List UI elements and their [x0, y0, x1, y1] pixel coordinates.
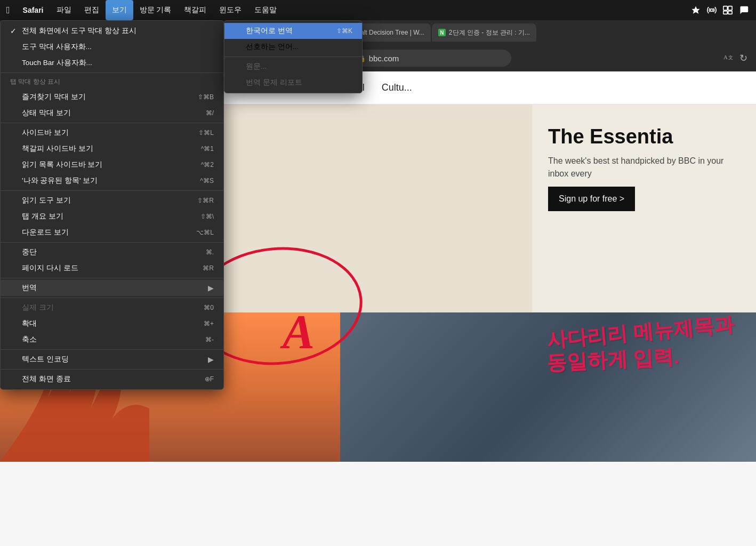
shortcut-label: ⌘0	[204, 304, 214, 311]
menu-item-zoom-out[interactable]: 축소 ⌘-	[1, 332, 223, 348]
airdrop-icon[interactable]	[706, 4, 718, 16]
menu-item-touchbar-customize[interactable]: Touch Bar 사용자화...	[1, 55, 223, 71]
menu-item-bookmark-sidebar[interactable]: 책갈피 사이드바 보기 ^⌘1	[1, 141, 223, 157]
section-tabbar: 탭 막대 항상 표시	[1, 75, 223, 89]
menu-item-downloads[interactable]: 다운로드 보기 ⌥⌘L	[1, 224, 223, 240]
notification-icon[interactable]	[690, 4, 702, 16]
apple-menu[interactable]: 	[0, 0, 17, 20]
submenu-arrow: ▶	[208, 355, 214, 364]
menu-item-label: 다운로드 보기	[22, 228, 69, 237]
menu-bar:  Safari 파일 편집 보기 방문 기록 책갈피 윈도우 도움말	[0, 0, 756, 20]
checkmark-spacer	[10, 375, 20, 383]
menu-item-toolbar-always[interactable]: ✓ 전체 화면에서 도구 막대 항상 표시	[1, 23, 223, 39]
nav-culture[interactable]: Cultu...	[382, 82, 412, 93]
menu-item-label: 텍스트 인코딩	[22, 355, 69, 364]
checkmark-spacer	[10, 213, 20, 221]
menu-edit[interactable]: 편집	[78, 0, 106, 20]
menu-item-stop[interactable]: 중단 ⌘.	[1, 244, 223, 260]
menu-item-label: 도구 막대 사용자화...	[22, 42, 92, 52]
view-menu-dropdown: ✓ 전체 화면에서 도구 막대 항상 표시 도구 막대 사용자화... Touc…	[0, 20, 224, 390]
checkmark-spacer	[234, 43, 244, 51]
menu-bookmarks[interactable]: 책갈피	[178, 0, 213, 20]
checkmark-spacer	[10, 248, 20, 256]
shortcut-label: ⌘/	[206, 109, 214, 117]
separator-2	[1, 123, 223, 123]
menu-item-favorites[interactable]: 즐겨찾기 막대 보기 ⇧⌘B	[1, 89, 223, 105]
translate-icon[interactable]: A 文	[722, 52, 734, 65]
message-icon[interactable]	[738, 4, 750, 16]
menu-file[interactable]: 파일	[50, 0, 78, 20]
checkmark-spacer	[10, 197, 20, 205]
checkmark-spacer	[10, 284, 20, 292]
checkmark-spacer	[10, 264, 20, 272]
menu-item-encoding[interactable]: 텍스트 인코딩 ▶	[1, 351, 223, 367]
menu-item-toolbar-customize[interactable]: 도구 막대 사용자화...	[1, 39, 223, 55]
menu-item-label: 실제 크기	[22, 303, 54, 312]
menu-item-tab-overview[interactable]: 탭 개요 보기 ⇧⌘\	[1, 208, 223, 224]
menu-item-exit-fullscreen[interactable]: 전체 화면 종료 ⊕F	[1, 371, 223, 387]
menu-item-label: 축소	[22, 335, 37, 344]
menu-item-label: 사이드바 보기	[22, 128, 69, 138]
svg-marker-0	[692, 6, 700, 14]
menu-item-label: Touch Bar 사용자화...	[22, 58, 92, 68]
korean-annotation: 사다리리 메뉴제목과 동일하게 입력.	[546, 320, 735, 371]
checkmark-spacer	[10, 145, 20, 153]
svg-rect-2	[723, 6, 727, 10]
menu-history[interactable]: 방문 기록	[133, 0, 178, 20]
menu-item-shared[interactable]: '나와 공유된 항목' 보기 ^⌘S	[1, 173, 223, 189]
menu-item-label: 번역	[22, 283, 37, 293]
shortcut-label: ⇧⌘R	[197, 197, 214, 204]
shortcut-label: ⌘.	[206, 248, 214, 256]
checkmark-spacer	[10, 93, 20, 101]
browser-tab-3[interactable]: N 2단계 인증 - 정보 관리 : 기...	[432, 23, 536, 42]
menu-item-label: 읽기 목록 사이드바 보기	[22, 160, 102, 170]
checkmark-spacer	[10, 336, 20, 344]
shortcut-label: ⇧⌘L	[198, 129, 214, 136]
checkmark-spacer	[10, 229, 20, 237]
tab-layout-icon[interactable]	[722, 4, 734, 16]
separator-7	[1, 349, 223, 350]
tab-label-3: 2단계 인증 - 정보 관리 : 기...	[449, 28, 530, 37]
svg-text:A: A	[723, 53, 728, 60]
menu-item-zoom-in[interactable]: 확대 ⌘+	[1, 316, 223, 332]
menu-item-label: 책갈피 사이드바 보기	[22, 144, 93, 154]
menu-view[interactable]: 보기	[106, 0, 133, 20]
bottom-right-image: 사다리리 메뉴제목과 동일하게 입력.	[340, 312, 756, 462]
menu-help[interactable]: 도움말	[248, 0, 283, 20]
translate-to-korean[interactable]: 한국어로 번역 ⇧⌘K	[224, 23, 362, 39]
checkmark-spacer	[234, 27, 244, 35]
svg-text:文: 文	[728, 54, 733, 60]
menu-item-reader[interactable]: 읽기 도구 보기 ⇧⌘R	[1, 192, 223, 208]
separator-6	[1, 298, 223, 298]
checkmark-spacer	[10, 304, 20, 312]
shortcut-label: ⇧⌘B	[198, 93, 214, 101]
checkmark-spacer	[10, 161, 20, 169]
shortcut-label: ^⌘1	[201, 145, 214, 152]
svg-rect-5	[728, 11, 732, 14]
separator-1	[1, 73, 223, 73]
refresh-icon[interactable]: ↻	[739, 52, 747, 64]
menu-item-reload[interactable]: 페이지 다시 로드 ⌘R	[1, 260, 223, 276]
separator-5	[1, 278, 223, 278]
hero-title: The Essentia	[548, 126, 740, 148]
big-a-annotation: A	[283, 304, 315, 359]
signup-button[interactable]: Sign up for free >	[548, 187, 635, 211]
menu-window[interactable]: 윈도우	[213, 0, 248, 20]
menu-item-sidebar[interactable]: 사이드바 보기 ⇧⌘L	[1, 125, 223, 141]
translate-preferred-lang[interactable]: 선호하는 언어...	[224, 39, 362, 55]
checkmark-spacer	[10, 320, 20, 328]
menu-item-statusbar[interactable]: 상태 막대 보기 ⌘/	[1, 105, 223, 121]
app-name[interactable]: Safari	[17, 0, 50, 20]
shortcut-label: ⌘+	[204, 320, 214, 327]
menu-item-label: 확대	[22, 319, 37, 328]
menu-item-label: 선호하는 언어...	[246, 42, 299, 52]
checkmark-spacer	[234, 79, 244, 87]
checkmark-spacer	[10, 356, 20, 364]
menu-item-readinglist-sidebar[interactable]: 읽기 목록 사이드바 보기 ^⌘2	[1, 157, 223, 173]
shortcut-label: ^⌘2	[201, 161, 214, 168]
menu-item-translate[interactable]: 번역 ▶	[1, 280, 223, 296]
url-text: bbc.com	[369, 54, 399, 63]
submenu-arrow: ▶	[208, 284, 214, 292]
separator-8	[1, 369, 223, 370]
menu-item-label: 탭 개요 보기	[22, 212, 63, 221]
